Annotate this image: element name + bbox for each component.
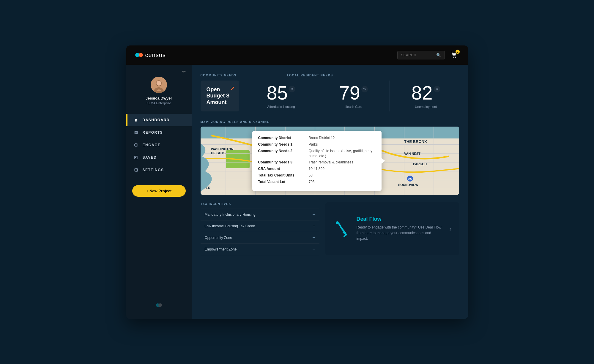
popup-label-vacant-lot: Total Vacant Lot <box>258 179 306 185</box>
incentive-expand-lihtc[interactable]: − <box>312 223 315 229</box>
affordable-housing-stat: 85 % Affordable Housing <box>248 81 314 111</box>
sidebar-bottom-logo <box>126 297 192 313</box>
sidebar-item-reports[interactable]: REPORTS <box>126 126 192 139</box>
incentive-label-mandatory: Mandatory Inclusionary Housing <box>205 212 256 217</box>
incentive-expand-empowerment[interactable]: − <box>312 247 315 252</box>
logo-text: census <box>145 52 166 59</box>
popup-row-needs-3: Community Needs 3 Trash removal & cleanl… <box>258 160 376 165</box>
stats-section: COMMUNITY NEEDS LOCAL RESIDENT NEEDS ↗ O… <box>201 74 459 112</box>
resident-stats: 85 % Affordable Housing 79 % Health Care <box>239 81 459 112</box>
health-care-number: 79 % <box>339 83 368 103</box>
deal-flow-card: Deal Flow Ready to engage with the commu… <box>325 202 459 255</box>
deal-flow-content: Deal Flow Ready to engage with the commu… <box>357 216 444 242</box>
popup-label-needs-2: Community Needs 2 <box>258 149 306 159</box>
cart-button[interactable]: 0 <box>450 50 459 60</box>
svg-point-9 <box>135 169 137 171</box>
main-area: ✏ Jessica Dwyer <box>126 65 468 319</box>
cart-badge: 0 <box>456 50 460 54</box>
svg-text:THE BRONX: THE BRONX <box>404 139 427 144</box>
svg-rect-8 <box>136 156 137 157</box>
nav-right: 🔍 0 <box>397 50 459 60</box>
popup-value-vacant-lot: 793 <box>309 179 315 185</box>
map-background: 95 95 895 WASHINGTON HEIGHTS THE BRONX V… <box>201 127 459 195</box>
new-project-button[interactable]: + New Project <box>132 185 186 197</box>
sidebar-item-label-dashboard: DASHBOARD <box>143 118 170 122</box>
health-care-label: Health Care <box>345 105 362 108</box>
map-popup: Community District Bronx District 12 Com… <box>252 131 382 191</box>
popup-row-cra: CRA Amount 10,41,899 <box>258 167 376 172</box>
svg-text:VAN NEST: VAN NEST <box>404 152 420 155</box>
deal-flow-title: Deal Flow <box>357 216 444 222</box>
tax-incentives-title: TAX INCENTIVES <box>201 202 319 206</box>
incentive-item-lihtc[interactable]: Low Income Housing Tax Credit − <box>201 220 319 232</box>
incentive-label-lihtc: Low Income Housing Tax Credit <box>205 224 255 228</box>
engage-icon <box>134 143 138 147</box>
popup-row-needs-2: Community Needs 2 Quality of life issues… <box>258 149 376 159</box>
popup-value-tax-units: 68 <box>309 173 313 178</box>
svg-text:HEIGHTS: HEIGHTS <box>211 151 226 155</box>
popup-row-community-district: Community District Bronx District 12 <box>258 136 376 141</box>
nav-items: DASHBOARD REPORTS <box>126 114 192 176</box>
popup-row-tax-units: Total Tax Credit Units 68 <box>258 173 376 178</box>
settings-icon <box>134 168 138 172</box>
sidebar-item-dashboard[interactable]: DASHBOARD <box>126 114 192 126</box>
sidebar-item-engage[interactable]: ENGAGE <box>126 139 192 151</box>
incentive-item-empowerment[interactable]: Empowerment Zone − <box>201 244 319 255</box>
incentive-item-mandatory[interactable]: Mandatory Inclusionary Housing − <box>201 209 319 220</box>
logo-co-circles <box>135 53 143 57</box>
incentive-expand-mandatory[interactable]: − <box>312 212 315 217</box>
incentive-expand-opportunity[interactable]: − <box>312 235 315 240</box>
incentive-item-opportunity[interactable]: Opportunity Zone − <box>201 232 319 244</box>
health-care-percent: % <box>361 86 368 92</box>
bottom-section: TAX INCENTIVES Mandatory Inclusionary Ho… <box>201 202 459 255</box>
main-content: COMMUNITY NEEDS LOCAL RESIDENT NEEDS ↗ O… <box>192 65 468 319</box>
avatar <box>151 77 167 93</box>
unemployment-stat: 82 % Unemployment <box>393 81 459 111</box>
stats-labels: COMMUNITY NEEDS LOCAL RESIDENT NEEDS <box>201 74 459 77</box>
popup-label-tax-units: Total Tax Credit Units <box>258 173 306 178</box>
search-box[interactable]: 🔍 <box>397 51 445 59</box>
popup-value-needs-1: Parks <box>309 142 318 147</box>
home-icon <box>134 118 138 122</box>
sidebar-item-label-engage: ENGAGE <box>143 143 161 147</box>
search-input[interactable] <box>401 53 434 57</box>
community-needs-label: COMMUNITY NEEDS <box>201 74 237 77</box>
deal-flow-icon <box>333 220 351 238</box>
trend-arrow-icon: ↗ <box>230 85 235 92</box>
affordable-housing-number: 85 % <box>267 83 295 103</box>
stats-row: ↗ Open Budget $ Amount 85 % Affordable H… <box>201 81 459 112</box>
affordable-housing-percent: % <box>289 86 295 92</box>
saved-icon <box>134 155 138 160</box>
map-container[interactable]: 95 95 895 WASHINGTON HEIGHTS THE BRONX V… <box>201 127 459 195</box>
avatar-svg <box>151 77 167 93</box>
local-resident-needs-label: LOCAL RESIDENT NEEDS <box>287 74 333 77</box>
avatar-image <box>151 77 167 93</box>
unemployment-label: Unemployment <box>415 105 437 108</box>
sidebar-item-label-settings: SETTINGS <box>143 168 164 172</box>
user-profile: Jessica Dwyer KLMA Enterprise <box>126 71 192 114</box>
popup-label-cra: CRA Amount <box>258 167 306 172</box>
sidebar-item-saved[interactable]: SAVED <box>126 151 192 164</box>
svg-text:SOUNDVIEW: SOUNDVIEW <box>398 183 418 187</box>
popup-row-vacant-lot: Total Vacant Lot 793 <box>258 179 376 185</box>
popup-label-community-district: Community District <box>258 136 306 141</box>
sidebar-item-settings[interactable]: SETTINGS <box>126 164 192 176</box>
deal-flow-description: Ready to engage with the community? Use … <box>357 225 444 242</box>
deal-flow-svg <box>333 220 351 238</box>
incentive-label-opportunity: Opportunity Zone <box>205 236 232 240</box>
popup-value-community-district: Bronx District 12 <box>309 136 335 141</box>
sidebar-logo-small <box>156 303 162 307</box>
tax-incentives-section: TAX INCENTIVES Mandatory Inclusionary Ho… <box>201 202 319 255</box>
popup-label-needs-3: Community Needs 3 <box>258 160 306 165</box>
open-budget-card: ↗ Open Budget $ Amount <box>201 81 239 112</box>
top-nav: census 🔍 0 <box>126 45 468 65</box>
search-icon: 🔍 <box>436 53 441 57</box>
svg-rect-6 <box>134 156 138 159</box>
popup-value-cra: 10,41,899 <box>309 167 324 172</box>
stat-divider-1 <box>317 81 317 112</box>
deal-flow-arrow[interactable]: › <box>450 226 452 232</box>
edit-icon[interactable]: ✏ <box>182 69 186 74</box>
svg-point-3 <box>157 81 161 86</box>
sidebar-item-label-reports: REPORTS <box>143 130 163 135</box>
svg-text:895: 895 <box>408 177 412 180</box>
